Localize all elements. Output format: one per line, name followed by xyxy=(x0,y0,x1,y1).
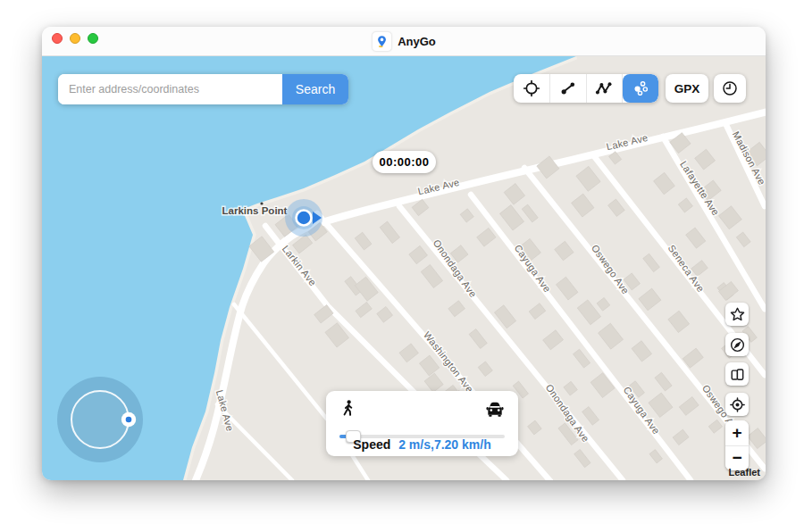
maximize-button[interactable] xyxy=(88,33,98,44)
zoom-in-button[interactable]: + xyxy=(725,420,749,446)
gpx-button[interactable]: GPX xyxy=(666,74,708,103)
timer-badge: 00:00:00 xyxy=(373,151,436,173)
devices-icon xyxy=(729,366,746,383)
mode-toolbar xyxy=(514,74,658,103)
search-button[interactable]: Search xyxy=(282,74,348,104)
timer-value: 00:00:00 xyxy=(379,155,429,169)
title-bar: AnyGo xyxy=(42,27,766,56)
joystick-knob[interactable] xyxy=(121,412,136,427)
speed-readout: Speed 2 m/s,7.20 km/h xyxy=(326,437,518,452)
devices-button[interactable] xyxy=(725,362,749,386)
star-icon xyxy=(729,306,746,323)
joystick-icon xyxy=(632,79,649,97)
close-button[interactable] xyxy=(52,33,63,44)
locate-button[interactable] xyxy=(725,393,749,416)
speed-label: Speed xyxy=(353,437,390,452)
traffic-lights xyxy=(52,33,98,44)
zoom-control: + − xyxy=(725,420,749,470)
speed-value: 2 m/s,7.20 km/h xyxy=(398,437,491,452)
two-spot-route-icon xyxy=(559,79,577,97)
leaflet-attribution[interactable]: Leaflet xyxy=(729,467,760,478)
minimize-button[interactable] xyxy=(70,33,80,44)
locate-icon xyxy=(729,396,746,413)
crosshair-icon xyxy=(523,79,540,97)
walking-person-icon xyxy=(339,398,358,420)
compass-icon xyxy=(729,337,746,353)
car-icon xyxy=(484,398,506,420)
search-bar: Search xyxy=(58,74,348,104)
window-title: AnyGo xyxy=(398,35,436,48)
history-button[interactable] xyxy=(714,74,746,103)
place-dot xyxy=(260,202,263,204)
multi-spot-route-button[interactable] xyxy=(587,74,624,103)
teleport-mode-button[interactable] xyxy=(514,74,550,103)
place-label: Larkins Point xyxy=(222,205,288,216)
joystick-mode-button[interactable] xyxy=(623,74,658,103)
search-input[interactable] xyxy=(58,74,282,104)
joystick[interactable] xyxy=(57,377,143,462)
app-pin-icon xyxy=(372,31,392,52)
compass-button[interactable] xyxy=(725,333,749,356)
clock-icon xyxy=(721,79,739,97)
two-spot-route-button[interactable] xyxy=(550,74,587,103)
location-marker[interactable] xyxy=(285,199,322,237)
speed-panel: Speed 2 m/s,7.20 km/h xyxy=(326,391,518,456)
map-canvas[interactable]: Lake AveLake AveLake AveLarkin AveWashin… xyxy=(42,56,766,480)
multi-spot-route-icon xyxy=(595,79,613,97)
app-title: AnyGo xyxy=(372,31,436,52)
favorites-button[interactable] xyxy=(725,303,749,326)
app-window: AnyGo xyxy=(42,27,766,479)
